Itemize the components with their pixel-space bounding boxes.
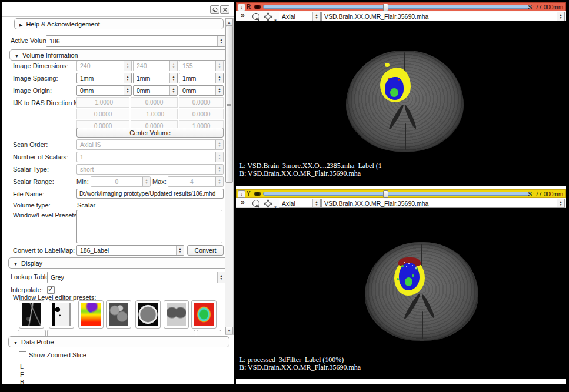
eye-icon[interactable] <box>254 5 261 9</box>
spinner-icon[interactable] <box>169 86 177 95</box>
interpolate-checkbox[interactable] <box>47 286 55 294</box>
image-spacing-x[interactable]: 1mm <box>76 73 132 83</box>
file-name-input[interactable]: D:/work/Imaging prototype/Updated result… <box>76 189 224 199</box>
spinner-icon[interactable] <box>215 73 223 83</box>
image-dimensions-z[interactable]: 155 <box>179 61 224 71</box>
panel-scrollbar[interactable]: ▲ ▼ <box>225 18 234 335</box>
background-layer-text: B: VSD.Brain.XX.O.MR_Flair.35690.mha <box>239 364 361 371</box>
more-options-icon[interactable] <box>241 11 245 19</box>
scroll-up-icon[interactable]: ▲ <box>225 18 233 26</box>
red-volume-combobox[interactable]: VSD.Brain.XX.O.MR_Flair.35690.mha <box>321 12 565 21</box>
spinner-icon[interactable] <box>215 140 223 149</box>
divider <box>8 33 222 33</box>
slider-handle-icon[interactable] <box>383 4 388 11</box>
undock-button[interactable] <box>210 5 219 14</box>
red-view-toolbar: Axial VSD.Brain.XX.O.MR_Flair.35690.mha <box>236 11 566 21</box>
spinner-icon[interactable] <box>124 86 131 95</box>
yellow-slice-viewport[interactable]: L: processed_3dFilter_Label (100%) B: VS… <box>236 208 566 379</box>
visibility-icon[interactable] <box>265 14 271 19</box>
image-origin-y[interactable]: 0mm <box>133 85 178 96</box>
close-button[interactable] <box>220 5 229 14</box>
spinner-icon[interactable] <box>312 199 320 207</box>
spinner-icon[interactable] <box>169 73 177 83</box>
spinner-icon[interactable] <box>124 73 131 83</box>
visibility-icon[interactable] <box>265 201 271 206</box>
more-options-icon[interactable] <box>241 198 245 206</box>
spinner-icon[interactable] <box>215 177 223 186</box>
spinner-icon[interactable] <box>124 61 131 71</box>
spinner-icon[interactable] <box>215 165 223 174</box>
red-orientation-combobox[interactable]: Axial <box>279 12 321 21</box>
image-spacing-z[interactable]: 1mm <box>179 73 224 83</box>
yellow-orientation-combobox[interactable]: Axial <box>279 199 321 208</box>
image-origin-x[interactable]: 0mm <box>76 85 132 96</box>
wl-preset-thumbnail-sagittal-dark[interactable] <box>19 300 44 329</box>
clipped-widget <box>18 330 46 336</box>
link-views-icon[interactable] <box>252 200 259 207</box>
scan-order-combobox[interactable]: Axial IS <box>76 139 224 150</box>
wl-preset-thumbnail-chest-ct[interactable] <box>164 300 189 329</box>
spinner-icon[interactable] <box>176 246 184 255</box>
spinner-icon[interactable] <box>215 61 223 71</box>
wl-preset-thumbnail-rainbow[interactable] <box>78 300 104 329</box>
data-probe-header[interactable]: Data Probe <box>8 336 229 347</box>
red-corner-annotation: L: VSD.Brain_3more.XX.O....2385.mha_Labe… <box>239 162 382 177</box>
wl-preset-thumbnail-sagittal-bright[interactable] <box>49 300 74 329</box>
yellow-orientation-letter: Y <box>247 190 251 197</box>
preset-image <box>81 303 101 326</box>
convert-button[interactable]: Convert <box>187 245 224 256</box>
spinner-icon[interactable] <box>217 272 225 283</box>
scrollbar-thumb[interactable] <box>225 26 233 183</box>
scroll-down-icon[interactable]: ▼ <box>225 327 233 334</box>
preset-image <box>22 303 41 326</box>
red-slice-viewport[interactable]: L: VSD.Brain_3more.XX.O....2385.mha_Labe… <box>236 21 566 186</box>
volume-information-header[interactable]: Volume Information <box>9 49 228 61</box>
scalar-range-max-field[interactable]: 4 <box>168 176 224 187</box>
segmentation-core-green <box>405 277 413 286</box>
convert-labelmap-combobox[interactable]: 186_Label <box>76 245 184 256</box>
wl-preset-thumbnail-abdominal-mr[interactable] <box>106 300 131 329</box>
wl-presets-listbox[interactable] <box>76 210 222 243</box>
preset-image <box>138 303 158 326</box>
red-slice-slider[interactable] <box>263 5 531 9</box>
yellow-volume-combobox[interactable]: VSD.Brain.XX.O.MR_Flair.35690.mha <box>321 199 565 208</box>
scalar-type-label: Scalar Type: <box>13 166 49 173</box>
clipped-widget <box>47 330 195 336</box>
wl-preset-thumbnail-brain-ct[interactable] <box>135 300 161 329</box>
yellow-slice-slider[interactable] <box>263 192 531 196</box>
matrix-cell: -1.0000 <box>76 97 129 108</box>
spinner-icon[interactable] <box>169 61 177 71</box>
help-section-title: Help & Acknowledgement <box>26 21 99 28</box>
eye-icon[interactable] <box>254 192 261 196</box>
link-views-icon[interactable] <box>252 13 259 20</box>
number-of-scalars-field[interactable]: 1 <box>76 152 224 162</box>
yellow-corner-annotation: L: processed_3dFilter_Label (100%) B: VS… <box>239 356 361 371</box>
lookup-table-combobox[interactable]: Grey <box>47 272 225 283</box>
display-section-header[interactable]: Display <box>8 257 229 269</box>
red-slice-bar: ↓ R S: 77.000mm <box>236 2 566 11</box>
help-section-header[interactable]: Help & Acknowledgement <box>14 18 224 29</box>
interpolate-label: Interpolate: <box>11 286 43 293</box>
image-dimensions-y[interactable]: 240 <box>133 61 178 71</box>
red-orientation-letter: R <box>247 4 251 10</box>
scalar-type-combobox[interactable]: short <box>76 164 224 175</box>
center-volume-button[interactable]: Center Volume <box>76 128 224 138</box>
slider-handle-icon[interactable] <box>383 190 388 198</box>
pin-icon[interactable]: ↓ <box>238 190 245 198</box>
wl-preset-thumbnail-pet-brain[interactable] <box>191 300 217 329</box>
image-dimensions-x[interactable]: 240 <box>76 61 132 71</box>
active-volume-value: 186 <box>46 36 217 46</box>
pin-icon[interactable]: ↓ <box>238 4 245 11</box>
scalar-range-min-field[interactable]: 0 <box>91 176 151 187</box>
spinner-icon[interactable] <box>557 199 564 207</box>
spinner-icon[interactable] <box>215 86 223 95</box>
spinner-icon[interactable] <box>312 12 320 21</box>
spinner-icon[interactable] <box>217 36 225 46</box>
image-origin-z[interactable]: 0mm <box>179 85 224 96</box>
spinner-icon[interactable] <box>142 177 150 186</box>
spinner-icon[interactable] <box>215 152 223 162</box>
show-zoomed-slice-checkbox[interactable] <box>19 351 26 359</box>
active-volume-combobox[interactable]: 186 <box>46 35 225 47</box>
image-spacing-y[interactable]: 1mm <box>133 73 178 83</box>
spinner-icon[interactable] <box>557 12 564 21</box>
